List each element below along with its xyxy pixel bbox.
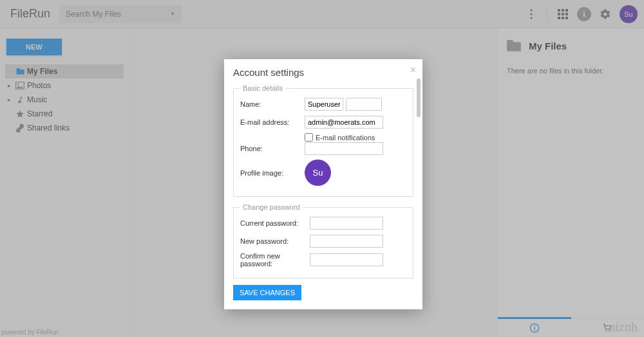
name-label: Name: xyxy=(240,100,305,108)
row-phone: Phone: xyxy=(240,141,406,156)
modal-title: Account settings xyxy=(233,67,413,78)
row-email: E-mail address: xyxy=(240,115,406,129)
profile-image-label: Profile image: xyxy=(240,169,305,177)
current-password-input[interactable] xyxy=(310,217,383,230)
email-notifications-label: E-mail notifications xyxy=(316,134,375,141)
row-current-password: Current password: xyxy=(240,216,406,230)
close-icon[interactable]: × xyxy=(410,64,416,76)
email-input[interactable] xyxy=(305,116,383,129)
save-changes-button[interactable]: SAVE CHANGES xyxy=(233,285,301,300)
profile-avatar[interactable]: Su xyxy=(305,159,331,186)
email-label: E-mail address: xyxy=(240,118,305,126)
last-name-input[interactable] xyxy=(346,98,382,111)
row-new-password: New password: xyxy=(240,234,406,248)
first-name-input[interactable] xyxy=(305,98,343,111)
confirm-password-input[interactable] xyxy=(310,253,383,266)
row-notifications: E-mail notifications xyxy=(305,133,406,141)
basic-legend: Basic details xyxy=(240,84,285,92)
scrollbar[interactable] xyxy=(417,78,421,117)
basic-details-fieldset: Basic details Name: E-mail address: E-ma… xyxy=(233,84,413,197)
account-settings-modal: × Account settings Basic details Name: E… xyxy=(224,59,422,309)
new-password-input[interactable] xyxy=(310,235,383,248)
phone-input[interactable] xyxy=(305,142,383,155)
change-password-fieldset: Change password Current password: New pa… xyxy=(233,203,413,278)
email-notifications-checkbox[interactable] xyxy=(305,133,313,141)
row-name: Name: xyxy=(240,97,406,111)
row-profile-image: Profile image: Su xyxy=(240,159,406,186)
new-password-label: New password: xyxy=(240,237,310,245)
row-confirm-password: Confirm new password: xyxy=(240,252,406,268)
phone-label: Phone: xyxy=(240,145,305,152)
password-legend: Change password xyxy=(240,203,303,211)
current-password-label: Current password: xyxy=(240,219,310,227)
confirm-password-label: Confirm new password: xyxy=(240,252,310,268)
